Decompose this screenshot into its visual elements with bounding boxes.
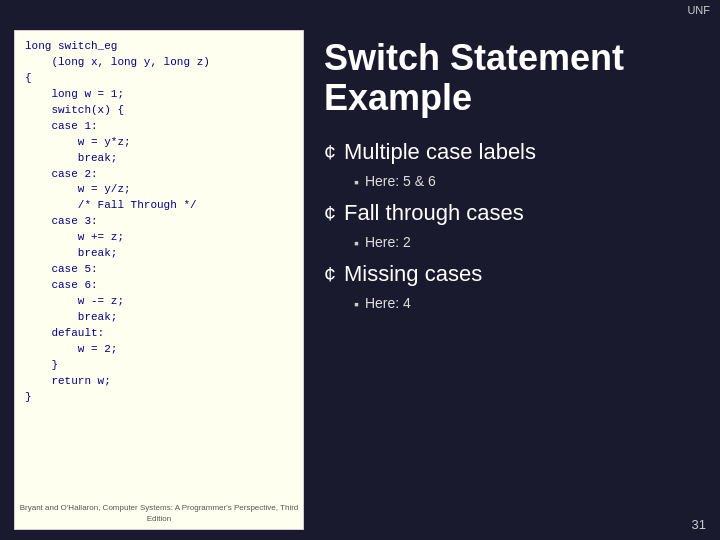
bullet-label-2: Fall through cases (344, 200, 524, 226)
sub-bullet-3: ▪ Here: 4 (354, 295, 700, 312)
sub-bullet-marker-1: ▪ (354, 174, 359, 190)
sub-bullet-1: ▪ Here: 5 & 6 (354, 173, 700, 190)
top-bar: UNF (677, 0, 720, 20)
slide-title: Switch Statement Example (324, 38, 700, 117)
code-content: long switch_eg (long x, long y, long z) … (25, 39, 293, 406)
bullet-open-2: ¢ (324, 202, 336, 225)
sub-bullet-marker-2: ▪ (354, 235, 359, 251)
footnote: Bryant and O'Hallaron, Computer Systems:… (15, 502, 303, 525)
sub-bullet-text-3: Here: 4 (365, 295, 411, 311)
sub-bullet-marker-3: ▪ (354, 296, 359, 312)
bullet-item-1: ¢ Multiple case labels (324, 139, 700, 165)
content-panel: Switch Statement Example ¢ Multiple case… (314, 20, 720, 540)
top-bar-label: UNF (687, 4, 710, 16)
bullet-item-2: ¢ Fall through cases (324, 200, 700, 226)
page-number: 31 (692, 517, 706, 532)
slide-container: long switch_eg (long x, long y, long z) … (0, 0, 720, 540)
code-panel: long switch_eg (long x, long y, long z) … (14, 30, 304, 530)
bullet-open-3: ¢ (324, 263, 336, 286)
bullet-item-3: ¢ Missing cases (324, 261, 700, 287)
sub-bullet-2: ▪ Here: 2 (354, 234, 700, 251)
bullet-label-3: Missing cases (344, 261, 482, 287)
sub-bullet-text-1: Here: 5 & 6 (365, 173, 436, 189)
sub-bullet-text-2: Here: 2 (365, 234, 411, 250)
bullet-open-1: ¢ (324, 141, 336, 164)
bullet-label-1: Multiple case labels (344, 139, 536, 165)
